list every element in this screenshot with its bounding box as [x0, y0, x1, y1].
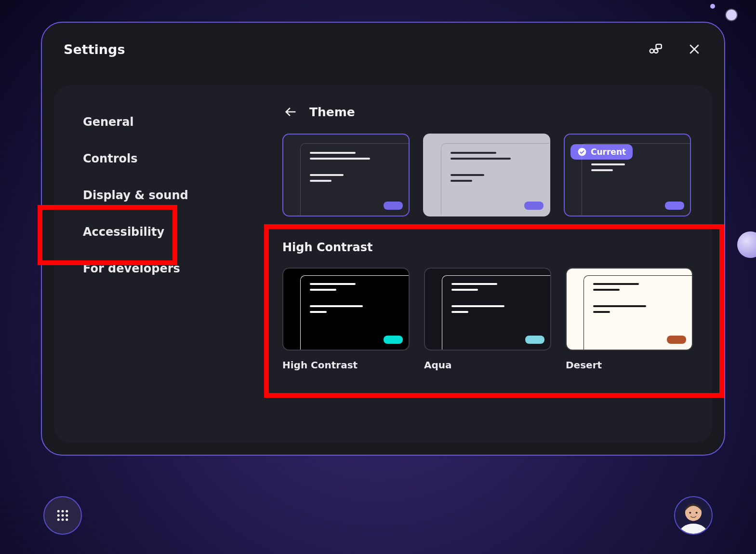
svg-point-0	[650, 49, 654, 53]
close-icon	[687, 42, 702, 56]
feedback-button[interactable]	[647, 41, 663, 57]
content-header: Theme	[282, 104, 693, 120]
svg-point-10	[57, 518, 60, 521]
sidebar-item-accessibility[interactable]: Accessibility	[54, 214, 263, 250]
theme-row: Current	[282, 134, 693, 216]
hc-label-high-contrast: High Contrast	[282, 359, 410, 371]
theme-option-current[interactable]: Current	[564, 134, 691, 216]
hc-option-aqua[interactable]	[424, 268, 551, 351]
high-contrast-row: High Contrast Aqua	[282, 268, 693, 371]
arrow-left-icon	[284, 105, 297, 119]
svg-point-16	[689, 512, 691, 513]
close-button[interactable]	[686, 41, 703, 57]
apps-grid-icon	[55, 508, 70, 523]
window-body: General Controls Display & sound Accessi…	[54, 85, 712, 443]
avatar-button[interactable]	[674, 496, 713, 535]
svg-point-4	[57, 510, 60, 513]
high-contrast-title: High Contrast	[282, 241, 693, 254]
svg-point-12	[66, 518, 68, 521]
planet-decoration	[737, 231, 756, 258]
hc-label-desert: Desert	[566, 359, 693, 371]
sidebar-item-for-developers[interactable]: For developers	[54, 250, 263, 287]
theme-option-light[interactable]	[423, 134, 550, 216]
svg-rect-2	[656, 44, 662, 49]
settings-window: Settings General Controls Display & soun	[41, 22, 725, 456]
current-badge-label: Current	[591, 147, 626, 157]
apps-button[interactable]	[43, 496, 82, 535]
svg-point-11	[62, 518, 64, 521]
svg-point-3	[578, 148, 586, 156]
back-button[interactable]	[282, 104, 299, 120]
theme-option-dark[interactable]	[282, 134, 410, 216]
hc-option-high-contrast[interactable]	[282, 268, 410, 351]
sidebar-item-general[interactable]: General	[54, 104, 263, 140]
sidebar-item-controls[interactable]: Controls	[54, 140, 263, 177]
titlebar: Settings	[42, 23, 724, 76]
svg-point-8	[62, 514, 64, 517]
svg-point-9	[66, 514, 68, 517]
svg-point-5	[62, 510, 64, 513]
sidebar: General Controls Display & sound Accessi…	[54, 85, 263, 443]
planet-decoration	[726, 10, 737, 20]
page-title: Settings	[64, 42, 125, 57]
svg-point-6	[66, 510, 68, 513]
check-circle-icon	[577, 147, 587, 157]
title-actions	[647, 41, 703, 57]
feedback-icon	[648, 42, 662, 56]
planet-decoration	[710, 4, 715, 9]
content-pane: Theme	[263, 85, 712, 443]
current-badge: Current	[570, 144, 633, 160]
svg-point-17	[696, 512, 698, 513]
hc-label-aqua: Aqua	[424, 359, 551, 371]
sidebar-item-display-sound[interactable]: Display & sound	[54, 177, 263, 214]
avatar-icon	[675, 497, 712, 534]
content-title: Theme	[309, 105, 355, 119]
hc-option-desert[interactable]	[566, 268, 693, 351]
svg-point-7	[57, 514, 60, 517]
